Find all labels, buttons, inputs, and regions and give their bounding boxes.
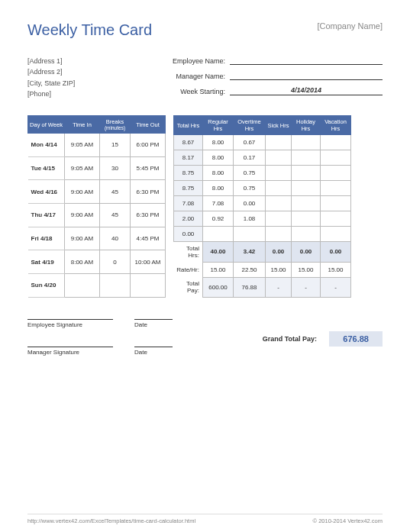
- sick-hrs-cell[interactable]: [266, 166, 292, 181]
- table-row: Fri 4/189:00 AM404:45 PM: [28, 227, 166, 250]
- table-row: 8.758.000.75: [174, 181, 351, 196]
- total-vacation: 0.00: [321, 242, 351, 263]
- total-hrs-cell: 7.08: [174, 196, 203, 211]
- sick-hrs-cell[interactable]: [266, 135, 292, 150]
- footer-link[interactable]: http://www.vertex42.com/ExcelTemplates/t…: [27, 517, 195, 524]
- overtime-hrs-cell[interactable]: 0.75: [234, 166, 266, 181]
- rate-regular[interactable]: 15.00: [203, 262, 234, 277]
- time-out-cell[interactable]: 4:45 PM: [131, 227, 166, 250]
- time-in-cell[interactable]: 9:00 AM: [65, 203, 100, 227]
- address-2: [Address 2]: [27, 66, 161, 77]
- vacation-hrs-cell[interactable]: [321, 166, 351, 181]
- manager-signature-line[interactable]: Manager Signature: [27, 347, 113, 356]
- week-starting-input[interactable]: 4/14/2014: [230, 86, 383, 95]
- vacation-hrs-cell[interactable]: [321, 227, 351, 242]
- vacation-hrs-cell[interactable]: [321, 135, 351, 150]
- regular-hrs-cell[interactable]: 8.00: [203, 150, 234, 166]
- rate-label: Rate/Hr:: [174, 262, 203, 277]
- time-out-cell[interactable]: 6:30 PM: [131, 180, 166, 204]
- col-time-in: Time In: [65, 116, 100, 134]
- breaks-cell[interactable]: 15: [100, 134, 131, 157]
- holiday-hrs-cell[interactable]: [292, 227, 321, 242]
- vacation-hrs-cell[interactable]: [321, 196, 351, 211]
- overtime-hrs-cell[interactable]: 0.75: [234, 181, 266, 196]
- holiday-hrs-cell[interactable]: [292, 166, 321, 181]
- sick-hrs-cell[interactable]: [266, 196, 292, 211]
- col-day: Day of Week: [28, 116, 65, 134]
- overtime-hrs-cell[interactable]: [234, 227, 266, 242]
- overtime-hrs-cell[interactable]: 1.08: [234, 211, 266, 227]
- time-out-cell[interactable]: 10:00 AM: [131, 250, 166, 274]
- manager-name-label: Manager Name:: [161, 73, 230, 80]
- pay-regular: 600.00: [203, 277, 234, 297]
- employee-signature-date[interactable]: Date: [134, 319, 173, 328]
- sick-hrs-cell[interactable]: [266, 150, 292, 166]
- time-in-cell[interactable]: [65, 273, 100, 297]
- total-hrs-cell: 8.67: [174, 135, 203, 150]
- city-state-zip: [City, State ZIP]: [27, 78, 161, 89]
- time-in-cell[interactable]: 8:00 AM: [65, 250, 100, 274]
- holiday-hrs-cell[interactable]: [292, 135, 321, 150]
- day-cell: Fri 4/18: [28, 227, 65, 250]
- sick-hrs-cell[interactable]: [266, 211, 292, 227]
- manager-signature-date[interactable]: Date: [134, 347, 173, 356]
- col-holiday-hrs: Holiday Hrs: [292, 116, 321, 135]
- regular-hrs-cell[interactable]: 0.92: [203, 211, 234, 227]
- time-out-cell[interactable]: 6:00 PM: [131, 134, 166, 157]
- regular-hrs-cell[interactable]: [203, 227, 234, 242]
- overtime-hrs-cell[interactable]: 0.67: [234, 135, 266, 150]
- vacation-hrs-cell[interactable]: [321, 211, 351, 227]
- time-in-cell[interactable]: 9:05 AM: [65, 134, 100, 157]
- rate-holiday[interactable]: 15.00: [292, 262, 321, 277]
- day-cell: Sat 4/19: [28, 250, 65, 274]
- rate-overtime[interactable]: 22.50: [234, 262, 266, 277]
- overtime-hrs-cell[interactable]: 0.17: [234, 150, 266, 166]
- holiday-hrs-cell[interactable]: [292, 211, 321, 227]
- phone: [Phone]: [27, 89, 161, 99]
- regular-hrs-cell[interactable]: 7.08: [203, 196, 234, 211]
- vacation-hrs-cell[interactable]: [321, 181, 351, 196]
- breaks-cell[interactable]: 0: [100, 250, 131, 274]
- time-out-cell[interactable]: [131, 273, 166, 297]
- breaks-cell[interactable]: 45: [100, 203, 131, 227]
- overtime-hrs-cell[interactable]: 0.00: [234, 196, 266, 211]
- regular-hrs-cell[interactable]: 8.00: [203, 166, 234, 181]
- col-overtime-hrs: Overtime Hrs: [234, 116, 266, 135]
- pay-overtime: 76.88: [234, 277, 266, 297]
- employee-name-label: Employee Name:: [161, 57, 230, 65]
- table-row: 8.178.000.17: [174, 150, 351, 166]
- regular-hrs-cell[interactable]: 8.00: [203, 135, 234, 150]
- address-block: [Address 1] [Address 2] [City, State ZIP…: [27, 56, 161, 102]
- time-out-cell[interactable]: 6:30 PM: [131, 203, 166, 227]
- col-breaks: Breaks(minutes): [100, 116, 131, 134]
- time-in-cell[interactable]: 9:05 AM: [65, 156, 100, 180]
- holiday-hrs-cell[interactable]: [292, 196, 321, 211]
- table-row: Sat 4/198:00 AM010:00 AM: [28, 250, 166, 274]
- table-row: Wed 4/169:00 AM456:30 PM: [28, 180, 166, 204]
- rate-sick[interactable]: 15.00: [266, 262, 292, 277]
- sick-hrs-cell[interactable]: [266, 181, 292, 196]
- total-hrs-cell: 2.00: [174, 211, 203, 227]
- total-hrs-cell: 8.17: [174, 150, 203, 166]
- table-row: 7.087.080.00: [174, 196, 351, 211]
- time-in-cell[interactable]: 9:00 AM: [65, 180, 100, 204]
- time-in-cell[interactable]: 9:00 AM: [65, 227, 100, 250]
- holiday-hrs-cell[interactable]: [292, 150, 321, 166]
- breaks-cell[interactable]: 30: [100, 156, 131, 180]
- breaks-cell[interactable]: [100, 273, 131, 297]
- table-row: Mon 4/149:05 AM156:00 PM: [28, 134, 166, 157]
- time-out-cell[interactable]: 5:45 PM: [131, 156, 166, 180]
- holiday-hrs-cell[interactable]: [292, 181, 321, 196]
- total-hrs-label: Total Hrs:: [174, 242, 203, 263]
- employee-signature-line[interactable]: Employee Signature: [27, 319, 113, 328]
- sick-hrs-cell[interactable]: [266, 227, 292, 242]
- employee-name-input[interactable]: [230, 56, 383, 65]
- rate-vacation[interactable]: 15.00: [321, 262, 351, 277]
- vacation-hrs-cell[interactable]: [321, 150, 351, 166]
- day-cell: Wed 4/16: [28, 180, 65, 204]
- address-1: [Address 1]: [27, 56, 161, 66]
- breaks-cell[interactable]: 40: [100, 227, 131, 250]
- breaks-cell[interactable]: 45: [100, 180, 131, 204]
- manager-name-input[interactable]: [230, 71, 383, 80]
- regular-hrs-cell[interactable]: 8.00: [203, 181, 234, 196]
